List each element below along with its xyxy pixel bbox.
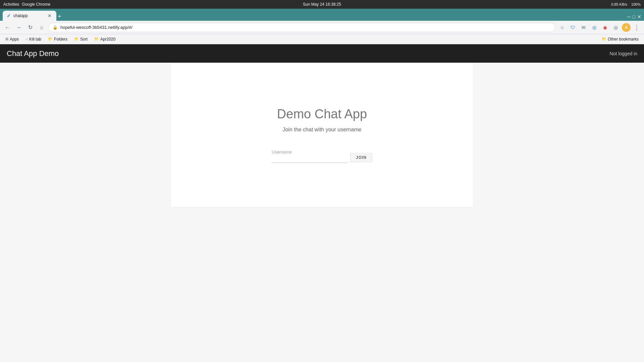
page-subtitle: Join the chat with your username [283, 127, 362, 133]
browser-content: Demo Chat App Join the chat with your us… [0, 63, 644, 362]
bookmark-folders[interactable]: 📁 Folders [45, 36, 70, 43]
content-section: Demo Chat App Join the chat with your us… [0, 63, 644, 207]
username-form: Username JOIN [272, 149, 372, 163]
other-bookmarks[interactable]: 📁 Other bookmarks [599, 36, 641, 43]
nav-bar: ← → ↻ ⌂ 🔒 hopeful-wescoff-3b5431.netlify… [0, 21, 644, 34]
bookmarks-bar: ⊞ Apps ○ Kill tab 📁 Folders 📁 Sort 📁 Apr… [0, 34, 644, 44]
back-button[interactable]: ← [3, 23, 12, 32]
minimize-button[interactable]: ─ [627, 14, 631, 19]
other-bookmarks-label: Other bookmarks [608, 37, 639, 42]
folders-icon: 📁 [48, 37, 53, 41]
maximize-button[interactable]: □ [633, 14, 635, 19]
reload-button[interactable]: ↻ [25, 23, 35, 32]
bookmark-kill-tab[interactable]: ○ Kill tab [23, 36, 44, 43]
bookmark-killtab-label: Kill tab [29, 37, 41, 42]
bookmark-apps-label: Apps [10, 37, 19, 42]
home-button[interactable]: ⌂ [37, 23, 46, 32]
bookmark-sort[interactable]: 📁 Sort [71, 36, 90, 43]
username-input[interactable] [272, 149, 347, 163]
app-header: Chat App Demo Not logged in [0, 44, 644, 63]
tab-close-button[interactable]: ✕ [47, 13, 52, 18]
apr2020-icon: 📁 [94, 37, 99, 41]
bookmark-sort-label: Sort [80, 37, 88, 42]
active-tab[interactable]: ✓ chatapp ✕ [3, 11, 56, 21]
activities-button[interactable]: Activities [3, 2, 19, 7]
killtab-icon: ○ [25, 37, 28, 41]
chrome-menu-button[interactable]: ⋮ [632, 23, 641, 32]
chat-card: Demo Chat App Join the chat with your us… [171, 63, 473, 207]
forward-button[interactable]: → [14, 23, 23, 32]
extension-icon-3[interactable]: ◎ [590, 23, 599, 32]
join-button[interactable]: JOIN [350, 153, 372, 162]
battery-indicator: 100% [631, 2, 641, 6]
os-topbar: Activities Google Chrome Sun May 24 16:3… [0, 0, 644, 9]
app-status: Not logged in [609, 51, 637, 56]
sort-icon: 📁 [74, 37, 79, 41]
tab-bar: ✓ chatapp ✕ + ─ □ ✕ [0, 9, 644, 21]
apps-icon: ⊞ [5, 37, 8, 41]
tab-title: chatapp [13, 13, 44, 18]
bookmark-star-button[interactable]: ☆ [557, 23, 567, 32]
username-input-wrapper: Username [272, 149, 347, 163]
profile-avatar[interactable]: A [622, 23, 631, 32]
close-window-button[interactable]: ✕ [637, 14, 641, 19]
bookmark-apr2020-label: Apr2020 [100, 37, 115, 42]
url-display: hopeful-wescoff-3b5431.netlify.app/#/ [60, 25, 132, 30]
extension-icon-5[interactable]: ◎ [611, 23, 621, 32]
datetime-display: Sun May 24 16:38:25 [303, 2, 341, 7]
chrome-window: ✓ chatapp ✕ + ─ □ ✕ ← → ↻ ⌂ 🔒 hopeful-we… [0, 9, 644, 362]
address-bar[interactable]: 🔒 hopeful-wescoff-3b5431.netlify.app/#/ [48, 23, 555, 32]
other-bookmarks-icon: 📁 [602, 37, 606, 41]
tab-favicon: ✓ [7, 13, 11, 18]
bookmark-apps[interactable]: ⊞ Apps [3, 36, 21, 43]
lock-icon: 🔒 [53, 25, 58, 30]
extension-icon-2[interactable]: ✉ [579, 23, 588, 32]
network-speed: 0.85 KB/s [611, 2, 627, 6]
app-title: Chat App Demo [7, 49, 59, 58]
bookmark-folders-label: Folders [54, 37, 67, 42]
new-tab-button[interactable]: + [58, 12, 61, 21]
browser-name-label: Google Chrome [22, 2, 50, 7]
extension-icon-4[interactable]: ◉ [600, 23, 610, 32]
extension-icon-1[interactable]: 🛡 [568, 23, 578, 32]
bookmark-apr2020[interactable]: 📁 Apr2020 [92, 36, 118, 43]
page-heading: Demo Chat App [277, 107, 367, 121]
